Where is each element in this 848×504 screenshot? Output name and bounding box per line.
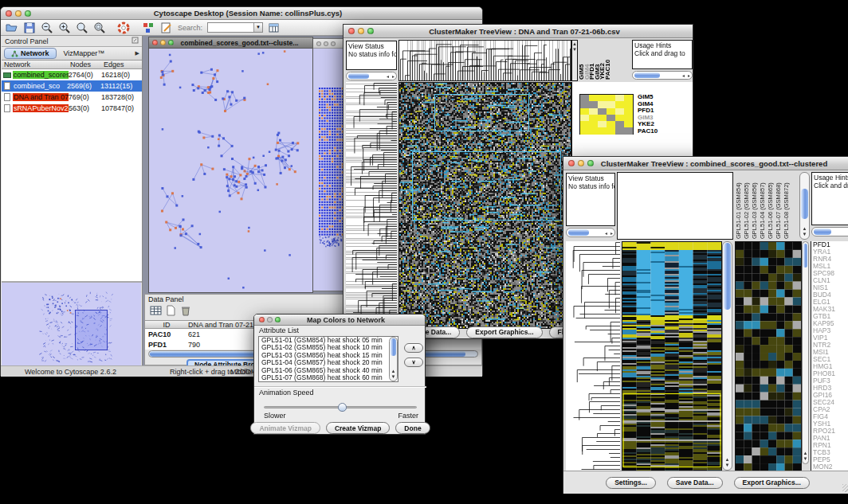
matrix-cell[interactable] [598, 115, 607, 121]
dendrogram-scroll-strip[interactable]: ▲▼ [571, 40, 578, 81]
netview-minimize-button[interactable] [160, 40, 166, 45]
save-icon[interactable] [23, 21, 36, 34]
matrix-cell[interactable] [615, 108, 624, 115]
matrix-cell[interactable] [598, 108, 607, 115]
zoom-button[interactable] [275, 317, 281, 322]
matrix-cell[interactable] [598, 121, 607, 127]
matrix-cell[interactable] [607, 121, 615, 127]
matrix-cell[interactable] [589, 95, 598, 101]
matrix-cell[interactable] [607, 108, 615, 115]
zoom-button[interactable] [587, 160, 594, 166]
main-titlebar[interactable]: Cytoscape Desktop (Session Name: collins… [1, 7, 482, 20]
matrix-cell[interactable] [589, 115, 598, 121]
network-row[interactable]: combined_scores2764(0)16218(0) [2, 69, 142, 80]
vizmapper-icon[interactable] [143, 21, 155, 34]
network-canvas-2[interactable] [313, 49, 345, 291]
network-overview-panel[interactable] [2, 281, 142, 365]
slider-thumb[interactable] [338, 403, 347, 412]
annotation-icon[interactable] [160, 21, 173, 34]
export-graphics-button[interactable]: Export Graphics... [734, 477, 810, 489]
inactive-minimize-button[interactable] [324, 41, 328, 46]
usage-hints-hscrollbar[interactable] [811, 227, 848, 236]
matrix-cell[interactable] [589, 127, 598, 134]
zoom-fit-icon[interactable] [76, 21, 88, 34]
matrix-cell[interactable] [598, 101, 607, 107]
gene-list[interactable]: PFD1YRA1RNR4MSL1SPC98CLN1NIS1BUD4ELG1MAK… [811, 241, 848, 471]
col-edges[interactable]: Edges [104, 61, 124, 68]
float-panel-icon[interactable] [132, 37, 139, 45]
dialog-titlebar[interactable]: Map Colors to Network [254, 315, 425, 326]
animate-vizmap-button[interactable]: Animate Vizmap [250, 422, 320, 434]
similarity-matrix[interactable] [579, 94, 634, 135]
export-graphics-button[interactable]: Export Graphics... [466, 326, 542, 338]
search-dropdown-arrow[interactable]: ▼ [253, 23, 262, 32]
view-status-hscrollbar[interactable]: ◂▸ [566, 228, 615, 237]
matrix-cell[interactable] [615, 121, 624, 127]
settings-button[interactable]: Settings... [606, 477, 656, 489]
minimize-button[interactable] [578, 160, 584, 166]
tab-overflow-arrow[interactable]: ▶ [135, 50, 139, 57]
delete-attribute-icon[interactable] [180, 305, 190, 319]
matrix-cell[interactable] [589, 108, 598, 115]
heatmap-vscrollbar[interactable]: ▲▼ [722, 241, 732, 471]
open-folder-icon[interactable] [6, 21, 18, 34]
col-network[interactable]: Network [2, 61, 70, 68]
zoom-in-icon[interactable] [58, 21, 71, 34]
matrix-cell[interactable] [624, 108, 633, 115]
zoom-selected-icon[interactable] [93, 21, 106, 34]
minimize-button[interactable] [358, 28, 364, 34]
network-overview-canvas[interactable] [2, 283, 141, 365]
attribute-list[interactable]: GPL51-01 (GSM854) heat shock 05 minGPL51… [258, 336, 398, 382]
attribute-table-icon[interactable] [150, 305, 162, 319]
matrix-cell[interactable] [589, 121, 598, 127]
matrix-cell[interactable] [598, 95, 607, 101]
network-row[interactable]: combined_sco2569(6)13112(15) [2, 80, 142, 92]
matrix-cell[interactable] [607, 127, 615, 134]
top-vscrollbar[interactable]: ▲▼ [799, 172, 810, 240]
done-button[interactable]: Done [395, 422, 430, 434]
matrix-cell[interactable] [607, 115, 615, 121]
treeview1-titlebar[interactable]: ClusterMaker TreeView : DNA and Tran 07-… [344, 25, 693, 38]
network-view-window[interactable]: combined_scores_good.txt--cluste... [148, 37, 313, 293]
zoom-out-icon[interactable] [41, 21, 53, 34]
treeview2-titlebar[interactable]: ClusterMaker TreeView : combined_scores_… [563, 157, 848, 170]
matrix-cell[interactable] [615, 115, 624, 121]
matrix-cell[interactable] [598, 127, 607, 134]
network-row[interactable]: DNA and Tran 07769(0)183728(0) [2, 92, 142, 103]
animation-speed-slider[interactable] [264, 406, 417, 408]
close-button[interactable] [348, 28, 355, 34]
move-up-button[interactable]: ∧ [404, 343, 423, 353]
netview-zoom-button[interactable] [168, 40, 174, 45]
resize-grip[interactable] [842, 484, 848, 492]
view-status-hscrollbar[interactable]: ◂ ▸ [346, 72, 397, 80]
matrix-cell[interactable] [624, 127, 633, 134]
move-down-button[interactable]: ∨ [404, 357, 423, 367]
matrix-cell[interactable] [580, 95, 589, 101]
gene-list-vscrollbar[interactable]: ▲▼ [802, 241, 809, 464]
close-button[interactable] [259, 317, 265, 322]
matrix-cell[interactable] [615, 101, 624, 107]
network-row[interactable]: sRNAPuberNov2+563(0)107847(0) [2, 103, 142, 114]
inactive-close-button[interactable] [316, 41, 321, 46]
row-dendrogram-canvas[interactable] [346, 82, 397, 327]
attribute-item[interactable]: GPL51-07 (GSM868) heat shock 60 min [259, 374, 398, 381]
zoom-button[interactable] [367, 28, 374, 34]
matrix-cell[interactable] [615, 95, 624, 101]
row-dendrogram-canvas[interactable] [566, 241, 620, 471]
usage-hints-hscrollbar[interactable]: ◂▸ [632, 71, 693, 80]
matrix-cell[interactable] [624, 121, 633, 127]
matrix-cell[interactable] [624, 115, 633, 121]
scroll-left-arrow[interactable]: ◂ [387, 72, 389, 80]
matrix-cell[interactable] [607, 101, 615, 107]
save-data-button[interactable]: Save Data... [667, 477, 723, 489]
zoom-heatmap-canvas[interactable] [735, 241, 802, 472]
inactive-zoom-button[interactable] [331, 41, 336, 46]
matrix-cell[interactable] [624, 95, 633, 101]
matrix-cell[interactable] [580, 108, 589, 115]
matrix-cell[interactable] [580, 121, 589, 127]
matrix-cell[interactable] [607, 95, 615, 101]
column-dendrogram-area[interactable] [617, 172, 733, 240]
col-nodes[interactable]: Nodes [70, 61, 104, 68]
new-attribute-icon[interactable] [166, 305, 176, 319]
close-button[interactable] [568, 160, 575, 166]
